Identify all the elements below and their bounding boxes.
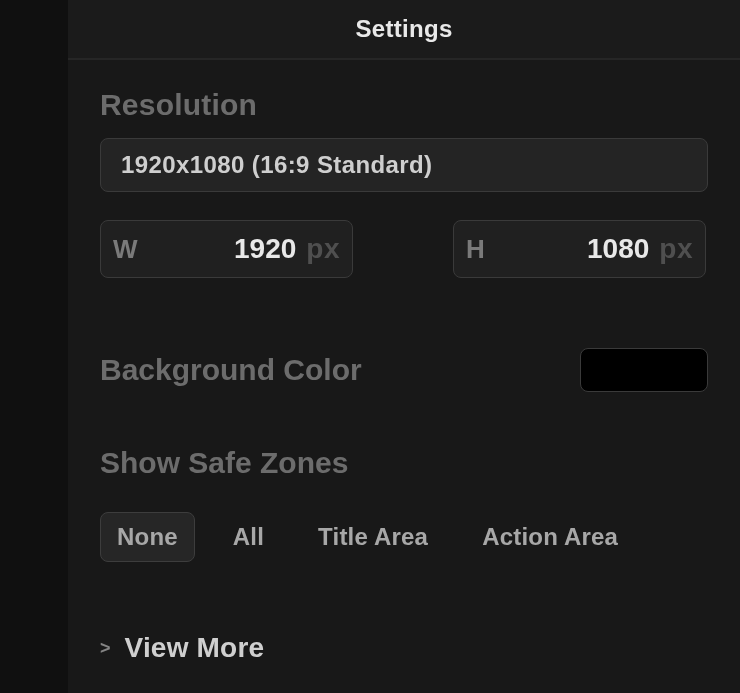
resolution-select[interactable]: 1920x1080 (16:9 Standard) <box>100 138 708 192</box>
safe-zones-options: None All Title Area Action Area <box>100 512 708 562</box>
safe-zones-section: Show Safe Zones None All Title Area Acti… <box>100 446 708 562</box>
width-box: W px <box>100 220 353 278</box>
view-more-label: View More <box>125 632 265 664</box>
safe-zone-title-area[interactable]: Title Area <box>302 513 444 561</box>
safe-zone-all[interactable]: All <box>217 513 280 561</box>
safe-zone-action-area[interactable]: Action Area <box>466 513 634 561</box>
background-color-row: Background Color <box>100 348 708 392</box>
panel-header: Settings <box>68 0 740 60</box>
settings-panel: Settings Resolution 1920x1080 (16:9 Stan… <box>68 0 740 693</box>
height-label: H <box>466 234 494 265</box>
panel-content: Resolution 1920x1080 (16:9 Standard) W p… <box>68 60 740 693</box>
background-color-label: Background Color <box>100 353 362 387</box>
height-unit: px <box>659 233 693 265</box>
width-label: W <box>113 234 141 265</box>
height-input[interactable] <box>494 233 649 265</box>
resolution-label: Resolution <box>100 88 708 122</box>
height-box: H px <box>453 220 706 278</box>
background-color-swatch[interactable] <box>580 348 708 392</box>
width-input[interactable] <box>141 233 296 265</box>
dimension-row: W px H px <box>100 220 708 278</box>
left-gutter <box>0 0 68 693</box>
safe-zone-none[interactable]: None <box>100 512 195 562</box>
width-unit: px <box>306 233 340 265</box>
safe-zones-label: Show Safe Zones <box>100 446 708 480</box>
chevron-right-icon: > <box>100 638 111 659</box>
panel-title: Settings <box>355 15 452 43</box>
view-more-toggle[interactable]: > View More <box>100 632 708 664</box>
